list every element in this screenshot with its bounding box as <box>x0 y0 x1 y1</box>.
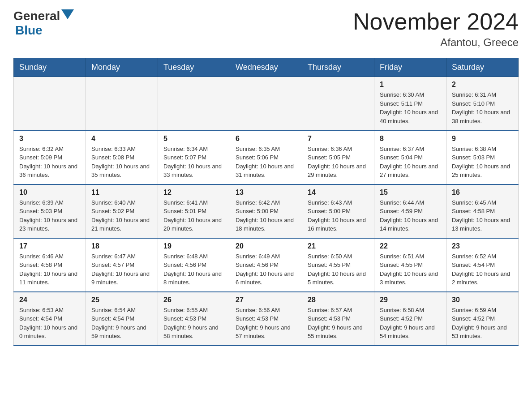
calendar-cell <box>14 77 86 131</box>
calendar-cell: 11Sunrise: 6:40 AMSunset: 5:02 PMDayligh… <box>86 184 158 238</box>
day-header-monday: Monday <box>86 58 158 77</box>
calendar-cell: 25Sunrise: 6:54 AMSunset: 4:54 PMDayligh… <box>86 292 158 346</box>
day-info: Sunrise: 6:35 AMSunset: 5:06 PMDaylight:… <box>236 145 296 180</box>
day-number: 22 <box>380 242 441 250</box>
day-number: 24 <box>19 296 80 304</box>
day-info: Sunrise: 6:52 AMSunset: 4:54 PMDaylight:… <box>452 252 513 287</box>
day-info: Sunrise: 6:43 AMSunset: 5:00 PMDaylight:… <box>308 198 369 233</box>
week-row-1: 1Sunrise: 6:30 AMSunset: 5:11 PMDaylight… <box>14 77 519 131</box>
day-number: 21 <box>308 242 369 250</box>
calendar-cell: 22Sunrise: 6:51 AMSunset: 4:55 PMDayligh… <box>374 238 446 292</box>
calendar-cell: 5Sunrise: 6:34 AMSunset: 5:07 PMDaylight… <box>158 131 230 184</box>
day-info: Sunrise: 6:56 AMSunset: 4:53 PMDaylight:… <box>236 306 296 341</box>
day-header-saturday: Saturday <box>446 58 519 77</box>
day-info: Sunrise: 6:59 AMSunset: 4:52 PMDaylight:… <box>452 306 513 341</box>
days-header-row: SundayMondayTuesdayWednesdayThursdayFrid… <box>14 58 519 77</box>
day-info: Sunrise: 6:51 AMSunset: 4:55 PMDaylight:… <box>380 252 441 287</box>
calendar-cell: 8Sunrise: 6:37 AMSunset: 5:04 PMDaylight… <box>374 131 446 184</box>
day-info: Sunrise: 6:30 AMSunset: 5:11 PMDaylight:… <box>380 90 441 125</box>
day-info: Sunrise: 6:55 AMSunset: 4:53 PMDaylight:… <box>163 306 224 341</box>
week-row-3: 10Sunrise: 6:39 AMSunset: 5:03 PMDayligh… <box>14 184 519 238</box>
calendar-cell <box>302 77 374 131</box>
calendar-cell: 7Sunrise: 6:36 AMSunset: 5:05 PMDaylight… <box>302 131 374 184</box>
calendar-cell <box>158 77 230 131</box>
day-number: 9 <box>452 135 513 143</box>
day-number: 11 <box>91 188 152 197</box>
calendar-location: Afantou, Greece <box>353 36 519 49</box>
day-number: 3 <box>19 135 80 143</box>
day-number: 18 <box>91 242 152 250</box>
title-section: November 2024 Afantou, Greece <box>353 9 519 49</box>
calendar-cell: 21Sunrise: 6:50 AMSunset: 4:55 PMDayligh… <box>302 238 374 292</box>
day-info: Sunrise: 6:42 AMSunset: 5:00 PMDaylight:… <box>236 198 296 233</box>
day-number: 5 <box>163 135 224 143</box>
day-header-thursday: Thursday <box>302 58 374 77</box>
day-info: Sunrise: 6:48 AMSunset: 4:56 PMDaylight:… <box>163 252 224 287</box>
calendar-cell <box>86 77 158 131</box>
day-number: 28 <box>308 296 369 304</box>
calendar-cell: 15Sunrise: 6:44 AMSunset: 4:59 PMDayligh… <box>374 184 446 238</box>
calendar-cell: 6Sunrise: 6:35 AMSunset: 5:06 PMDaylight… <box>230 131 302 184</box>
calendar-cell: 16Sunrise: 6:45 AMSunset: 4:58 PMDayligh… <box>446 184 519 238</box>
calendar-cell: 2Sunrise: 6:31 AMSunset: 5:10 PMDaylight… <box>446 77 519 131</box>
day-number: 30 <box>452 296 513 304</box>
calendar-cell: 23Sunrise: 6:52 AMSunset: 4:54 PMDayligh… <box>446 238 519 292</box>
day-info: Sunrise: 6:41 AMSunset: 5:01 PMDaylight:… <box>163 198 224 233</box>
calendar-cell: 26Sunrise: 6:55 AMSunset: 4:53 PMDayligh… <box>158 292 230 346</box>
day-header-friday: Friday <box>374 58 446 77</box>
day-info: Sunrise: 6:46 AMSunset: 4:58 PMDaylight:… <box>19 252 80 287</box>
calendar-cell: 12Sunrise: 6:41 AMSunset: 5:01 PMDayligh… <box>158 184 230 238</box>
day-info: Sunrise: 6:40 AMSunset: 5:02 PMDaylight:… <box>91 198 152 233</box>
page-header: General Blue November 2024 Afantou, Gree… <box>13 9 519 49</box>
calendar-cell: 30Sunrise: 6:59 AMSunset: 4:52 PMDayligh… <box>446 292 519 346</box>
calendar-cell: 14Sunrise: 6:43 AMSunset: 5:00 PMDayligh… <box>302 184 374 238</box>
week-row-2: 3Sunrise: 6:32 AMSunset: 5:09 PMDaylight… <box>14 131 519 184</box>
day-info: Sunrise: 6:33 AMSunset: 5:08 PMDaylight:… <box>91 145 152 180</box>
day-info: Sunrise: 6:38 AMSunset: 5:03 PMDaylight:… <box>452 145 513 180</box>
calendar-cell: 4Sunrise: 6:33 AMSunset: 5:08 PMDaylight… <box>86 131 158 184</box>
logo-general-text: General <box>13 9 60 23</box>
calendar-cell: 10Sunrise: 6:39 AMSunset: 5:03 PMDayligh… <box>14 184 86 238</box>
day-number: 19 <box>163 242 224 250</box>
calendar-cell: 20Sunrise: 6:49 AMSunset: 4:56 PMDayligh… <box>230 238 302 292</box>
day-number: 8 <box>380 135 441 143</box>
calendar-cell: 29Sunrise: 6:58 AMSunset: 4:52 PMDayligh… <box>374 292 446 346</box>
day-number: 6 <box>236 135 296 143</box>
day-header-sunday: Sunday <box>14 58 86 77</box>
day-number: 29 <box>380 296 441 304</box>
day-number: 13 <box>236 188 296 197</box>
week-row-5: 24Sunrise: 6:53 AMSunset: 4:54 PMDayligh… <box>14 292 519 346</box>
day-number: 15 <box>380 188 441 197</box>
day-info: Sunrise: 6:58 AMSunset: 4:52 PMDaylight:… <box>380 306 441 341</box>
calendar-cell: 13Sunrise: 6:42 AMSunset: 5:00 PMDayligh… <box>230 184 302 238</box>
day-number: 27 <box>236 296 296 304</box>
day-header-wednesday: Wednesday <box>230 58 302 77</box>
day-number: 1 <box>380 81 441 89</box>
day-info: Sunrise: 6:54 AMSunset: 4:54 PMDaylight:… <box>91 306 152 341</box>
day-number: 17 <box>19 242 80 250</box>
day-number: 7 <box>308 135 369 143</box>
logo-triangle-icon <box>61 9 74 19</box>
day-info: Sunrise: 6:57 AMSunset: 4:53 PMDaylight:… <box>308 306 369 341</box>
day-number: 25 <box>91 296 152 304</box>
week-row-4: 17Sunrise: 6:46 AMSunset: 4:58 PMDayligh… <box>14 238 519 292</box>
day-number: 2 <box>452 81 513 89</box>
day-info: Sunrise: 6:39 AMSunset: 5:03 PMDaylight:… <box>19 198 80 233</box>
day-info: Sunrise: 6:37 AMSunset: 5:04 PMDaylight:… <box>380 145 441 180</box>
day-header-tuesday: Tuesday <box>158 58 230 77</box>
logo: General Blue <box>13 9 74 38</box>
day-info: Sunrise: 6:50 AMSunset: 4:55 PMDaylight:… <box>308 252 369 287</box>
day-info: Sunrise: 6:49 AMSunset: 4:56 PMDaylight:… <box>236 252 296 287</box>
day-info: Sunrise: 6:47 AMSunset: 4:57 PMDaylight:… <box>91 252 152 287</box>
day-info: Sunrise: 6:44 AMSunset: 4:59 PMDaylight:… <box>380 198 441 233</box>
day-number: 16 <box>452 188 513 197</box>
calendar-cell: 24Sunrise: 6:53 AMSunset: 4:54 PMDayligh… <box>14 292 86 346</box>
calendar-table: SundayMondayTuesdayWednesdayThursdayFrid… <box>13 58 519 346</box>
calendar-cell: 27Sunrise: 6:56 AMSunset: 4:53 PMDayligh… <box>230 292 302 346</box>
day-info: Sunrise: 6:36 AMSunset: 5:05 PMDaylight:… <box>308 145 369 180</box>
day-number: 14 <box>308 188 369 197</box>
day-number: 20 <box>236 242 296 250</box>
calendar-cell: 17Sunrise: 6:46 AMSunset: 4:58 PMDayligh… <box>14 238 86 292</box>
calendar-title: November 2024 <box>353 9 519 34</box>
day-info: Sunrise: 6:45 AMSunset: 4:58 PMDaylight:… <box>452 198 513 233</box>
